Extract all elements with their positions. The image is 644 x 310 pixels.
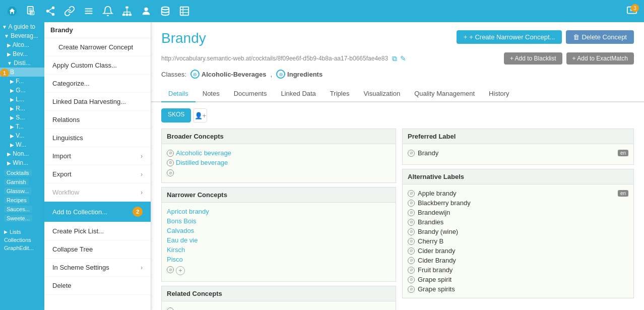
narrower-concepts-section: Narrower Concepts Apricot brandy Bons Bo…	[161, 187, 396, 282]
tab-linked-data[interactable]: Linked Data	[274, 86, 323, 102]
menu-create-picklist[interactable]: Create Pick List...	[44, 222, 151, 240]
menu-linguistics[interactable]: Linguistics	[44, 129, 151, 147]
alt-labels-section: Alternative Labels ⊘Apple brandy en ⊘Bla…	[402, 169, 634, 298]
content-area: Brandy + + Create Narrower Concept... 🗑 …	[151, 22, 644, 310]
concept-url: http://vocabulary.semantic-web.at/cockta…	[161, 55, 388, 62]
exactmatch-button[interactable]: + Add to ExactMatch	[566, 52, 634, 65]
database-icon[interactable]	[157, 3, 173, 19]
chat-icon[interactable]: 3	[624, 3, 640, 19]
export-label: Export	[52, 170, 72, 178]
tab-documents[interactable]: Documents	[227, 86, 274, 102]
menu-delete[interactable]: Delete	[44, 277, 151, 295]
delete-concept-button[interactable]: 🗑 Delete Concept	[566, 30, 634, 44]
bell-icon[interactable]	[100, 3, 116, 19]
menu-relations[interactable]: Relations	[44, 111, 151, 129]
import-arrow: ›	[141, 153, 143, 160]
menu-apply-custom[interactable]: Apply Custom Class...	[44, 56, 151, 75]
blacklist-button[interactable]: + Add to Blacklist	[504, 52, 562, 65]
create-narrower-button[interactable]: + + Create Narrower Concept...	[457, 30, 562, 44]
alt-labels-title: Alternative Labels	[408, 173, 464, 180]
menu-linked-data[interactable]: Linked Data Harvesting...	[44, 93, 151, 111]
menu-add-collection[interactable]: Add to Collection... 2	[44, 202, 151, 222]
sidebar-item-g[interactable]: ▶ G...	[0, 86, 44, 95]
sidebar-item-guide[interactable]: ▼ A guide to	[0, 22, 44, 31]
sidebar-item-v[interactable]: ▶ V...	[0, 131, 44, 140]
narrower-edit-icon[interactable]: ⊘	[167, 266, 174, 273]
sidebar-item-beverage[interactable]: ▼ Beverag...	[0, 31, 44, 40]
broader-concept-alcoholic[interactable]: ⊘ Alcoholic beverage	[167, 148, 391, 158]
sidebar-item-wine[interactable]: ▶ Win...	[0, 158, 44, 167]
hierarchy-icon[interactable]	[119, 3, 135, 19]
copy-url-icon[interactable]: ⧉	[392, 54, 397, 63]
sidebar-item-cocktails[interactable]: Cocktails	[0, 168, 44, 177]
linguistics-label: Linguistics	[52, 134, 83, 142]
tab-triples[interactable]: Triples	[323, 86, 357, 102]
sidebar-item-l[interactable]: ▶ L...	[0, 95, 44, 104]
alt-label-8: Fruit brandy	[418, 266, 453, 274]
alt-labels-body: ⊘Apple brandy en ⊘Blackberry brandy ⊘Bra…	[403, 184, 633, 298]
menu-categorize[interactable]: Categorize...	[44, 75, 151, 93]
menu-export[interactable]: Export ›	[44, 165, 151, 183]
collections-label: Collections	[4, 237, 31, 243]
tab-quality[interactable]: Quality Management	[407, 86, 482, 102]
home-icon[interactable]	[4, 3, 20, 19]
svg-rect-16	[122, 14, 125, 16]
external-link-icon[interactable]: ✎	[400, 54, 406, 63]
narrower-pisco[interactable]: Pisco	[167, 255, 391, 264]
sidebar-item-non[interactable]: ▶ Non...	[0, 149, 44, 158]
menu-create-narrower[interactable]: Create Narrower Concept	[44, 38, 151, 56]
user-icon[interactable]	[138, 3, 154, 19]
sidebar-item-sweete[interactable]: Sweete...	[0, 214, 44, 223]
alt-icon-5: ⊘	[408, 238, 415, 245]
list-icon[interactable]	[81, 3, 97, 19]
preferred-label-title: Preferred Label	[408, 133, 456, 140]
narrower-calvados[interactable]: Calvados	[167, 226, 391, 235]
broader-edit-icon[interactable]: ⊘	[167, 169, 174, 176]
sidebar-item-s[interactable]: ▶ S...	[0, 113, 44, 122]
add-sub-tab-button[interactable]: 👤 +	[193, 108, 207, 122]
tab-visualization[interactable]: Visualization	[356, 86, 407, 102]
menu-collapse-tree[interactable]: Collapse Tree	[44, 240, 151, 259]
menu-import[interactable]: Import ›	[44, 147, 151, 165]
tab-notes[interactable]: Notes	[196, 86, 227, 102]
sidebar-item-sauces[interactable]: Sauces...	[0, 205, 44, 214]
broader-concept-distilled[interactable]: ⊘ Distilled beverage	[167, 158, 391, 167]
tab-details[interactable]: Details	[161, 86, 196, 102]
sidebar-item-w[interactable]: ▶ W...	[0, 140, 44, 149]
add-tab-user-icon: 👤	[195, 112, 203, 119]
import-label: Import	[52, 152, 71, 160]
menu-workflow[interactable]: Workflow ›	[44, 183, 151, 202]
broader-edit-icons: ⊘	[167, 167, 391, 178]
sidebar-item-recipes[interactable]: Recipes	[0, 196, 44, 205]
sub-tab-skos[interactable]: SKOS	[161, 108, 191, 122]
menu-scheme-settings[interactable]: In Scheme Settings ›	[44, 259, 151, 277]
narrower-eau-de-vie[interactable]: Eau de vie	[167, 235, 391, 245]
narrower-apricot[interactable]: Apricot brandy	[167, 207, 391, 216]
table-icon[interactable]	[176, 3, 192, 19]
share-icon[interactable]	[42, 3, 58, 19]
scheme-settings-arrow: ›	[141, 264, 143, 271]
sidebar-item-bev[interactable]: ▶ Bev...	[0, 49, 44, 58]
document-icon[interactable]: B	[23, 3, 39, 19]
panel-left: Broader Concepts ⊘ Alcoholic beverage ⊘ …	[161, 129, 396, 310]
link-icon[interactable]	[61, 3, 78, 19]
preferred-label-left: ⊘ Brandy	[408, 149, 438, 157]
sidebar: ▼ A guide to ▼ Beverag... ▶ Alco... ▶ Be…	[0, 22, 44, 310]
svg-rect-15	[125, 7, 128, 9]
related-edit-icon[interactable]: ⊘	[167, 307, 174, 310]
svg-line-11	[49, 12, 52, 14]
narrower-add-icon[interactable]: +	[176, 266, 185, 275]
sidebar-item-alco[interactable]: ▶ Alco...	[0, 40, 44, 49]
sidebar-item-brandy[interactable]: 1 B	[0, 68, 44, 77]
svg-rect-26	[180, 7, 189, 16]
narrower-bons-bois[interactable]: Bons Bois	[167, 216, 391, 226]
sidebar-item-f[interactable]: ▶ F...	[0, 77, 44, 86]
sidebar-item-r[interactable]: ▶ R...	[0, 104, 44, 113]
sidebar-item-disti[interactable]: ▼ Disti...	[0, 58, 44, 68]
sidebar-item-garnish[interactable]: Garnish	[0, 177, 44, 187]
sidebar-item-t[interactable]: ▶ T...	[0, 122, 44, 131]
narrower-kirsch[interactable]: Kirsch	[167, 245, 391, 255]
sidebar-item-glassware[interactable]: Glassw...	[0, 187, 44, 196]
alt-label-0: Apple brandy	[418, 190, 457, 197]
tab-history[interactable]: History	[482, 86, 516, 102]
